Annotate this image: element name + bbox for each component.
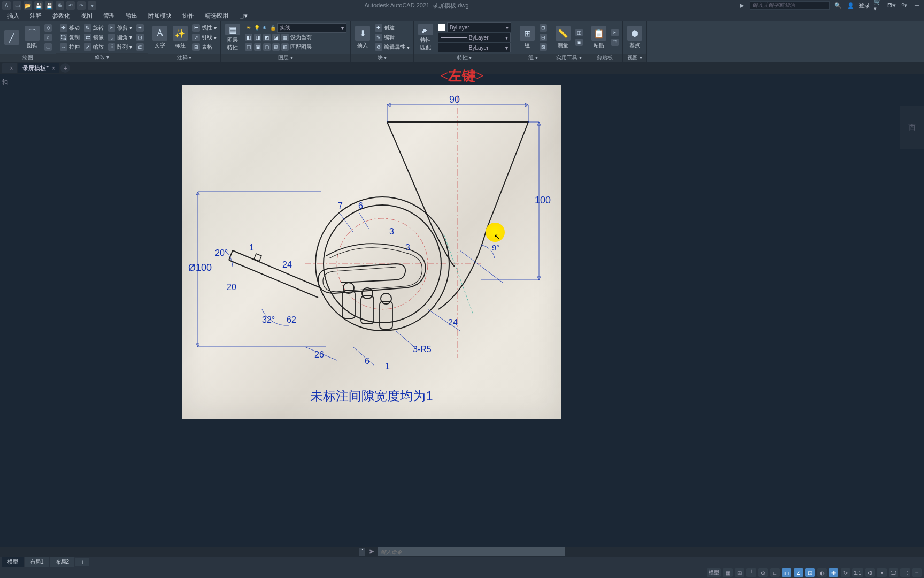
panel-group-title[interactable]: 组 ▾ [515,54,551,62]
drawing-area[interactable]: <左键> 轴 西 90 100 [0,74,924,547]
layer-tool-6[interactable]: ◫ [245,43,252,51]
layer-tool-7[interactable]: ▣ [254,43,261,51]
menu-addons[interactable]: 附加模块 [143,11,177,21]
menu-more-icon[interactable]: ▢▾ [234,11,253,20]
sb-dropdown-icon[interactable]: ▾ [877,568,887,577]
minimize-icon[interactable]: ─ [912,1,922,10]
arc-button[interactable]: ⌒圆弧 [22,22,42,52]
layer-props-button[interactable]: ▤图层 特性 [223,22,242,52]
sb-model[interactable]: 模型 [707,568,721,577]
sb-dyn-icon[interactable]: ✚ [829,568,838,577]
save-icon[interactable]: 💾 [34,1,43,10]
polyline-button[interactable]: ◇ [43,23,53,33]
lineweight-combo[interactable]: ByLayer▾ [436,33,513,42]
group-tool-1[interactable]: ⊡ [538,23,549,33]
sb-gear-icon[interactable]: ⚙ [865,568,875,577]
fillet-button[interactable]: ◞圆角▾ [106,33,134,42]
line-button[interactable]: ╱ [2,22,21,52]
panel-clip-title[interactable]: 剪贴板 [587,54,622,62]
editattr-button[interactable]: ⚙编辑属性▾ [373,42,411,52]
dim-button[interactable]: ✨标注 [171,22,190,52]
leader-button[interactable]: ↗引线▾ [191,33,218,42]
base-button[interactable]: ⬢基点 [625,22,644,52]
insert-button[interactable]: ⬇插入 [353,22,372,52]
sb-max-icon[interactable]: ⛶ [900,568,910,577]
layer-tool-4[interactable]: ◪ [272,34,280,41]
linear-button[interactable]: ⊢线性▾ [191,23,218,33]
group-tool-2[interactable]: ⊟ [538,33,549,42]
match-layer-button[interactable]: 匹配图层 [290,43,312,51]
new-icon[interactable]: ▭ [13,1,21,10]
copy-clip-button[interactable]: ⿻ [610,37,620,47]
cut-button[interactable]: ✂ [610,28,620,37]
edit-button[interactable]: ✎编辑 [373,33,411,42]
panel-draw-title[interactable]: 绘图 [0,54,56,62]
sb-iso-icon[interactable]: ∟ [770,568,780,577]
sb-snap-icon[interactable]: ⊞ [735,568,744,577]
sb-monitor-icon[interactable]: 🖵 [889,568,898,577]
mod-icon2[interactable]: ⊡ [135,33,145,42]
file-tab-1[interactable]: × [2,63,17,73]
mod-icon3[interactable]: ⊆ [135,42,145,52]
plot-icon[interactable]: 🖶 [56,1,64,10]
cmd-prompt-icon[interactable]: ⮞ [367,548,375,556]
login-link[interactable]: 登录 [859,2,871,10]
paste-button[interactable]: 📋粘贴 [589,22,609,52]
undo-icon[interactable]: ↶ [66,1,75,10]
panel-annot-title[interactable]: 注释 ▾ [148,54,220,62]
qat-more-icon[interactable]: ▾ [88,1,96,10]
panel-util-title[interactable]: 实用工具 ▾ [551,54,587,62]
command-input[interactable] [378,547,565,556]
menu-output[interactable]: 输出 [120,11,143,21]
move-button[interactable]: ✥移动 [58,23,81,33]
sb-otrack-icon[interactable]: ∠ [794,568,803,577]
open-icon[interactable]: 📂 [24,1,32,10]
circle-button[interactable]: ○ [43,33,53,42]
tab-layout2[interactable]: 布局2 [50,557,75,567]
group-button[interactable]: ⊞组 [518,22,537,52]
set-current-button[interactable]: 设为当前 [290,34,312,41]
create-button[interactable]: ✚创建 [373,23,411,33]
menu-annotate[interactable]: 注释 [25,11,47,21]
text-button[interactable]: A文字 [150,22,170,52]
array-button[interactable]: ⠿阵列▾ [106,42,134,52]
search-arrow-icon[interactable]: ▶ [737,1,746,10]
panel-props-title[interactable]: 特性 ▾ [414,54,515,62]
layer-tool-2[interactable]: ◨ [254,34,261,41]
cmd-handle-icon[interactable]: ⋮ [359,548,365,556]
app-menu-icon[interactable]: A [2,1,11,10]
rect-button[interactable]: ▭ [43,42,53,52]
help-icon[interactable]: ?▾ [899,1,909,10]
mirror-button[interactable]: ⮂镜像 [82,33,105,42]
tab-model[interactable]: 模型 [2,557,24,567]
util-tool-2[interactable]: ▣ [574,37,584,47]
sb-grid-icon[interactable]: ▦ [723,568,733,577]
layer-tool-10[interactable]: ▨ [281,43,289,51]
menu-collab[interactable]: 协作 [177,11,199,21]
match-button[interactable]: 🖌特性 匹配 [416,22,435,52]
layer-tool-9[interactable]: ▧ [272,43,280,51]
sb-cycle-icon[interactable]: ↻ [841,568,850,577]
mod-icon1[interactable]: ✦ [135,23,145,33]
close-tab-icon[interactable]: × [52,65,55,71]
layer-tool-8[interactable]: ▢ [263,43,271,51]
tab-add[interactable]: + [75,558,89,566]
menu-featured[interactable]: 精选应用 [199,11,234,21]
panel-block-title[interactable]: 块 ▾ [351,54,413,62]
redo-icon[interactable]: ↷ [77,1,86,10]
freeze-icon[interactable]: ❄ [261,24,268,32]
search-icon[interactable]: 🔍 [833,1,843,10]
panel-modify-title[interactable]: 修改 ▾ [56,53,148,62]
sun-icon[interactable]: ☀ [245,24,252,32]
menu-view[interactable]: 视图 [75,11,98,21]
sb-osnap-icon[interactable]: ◻ [782,568,791,577]
viewcube[interactable]: 西 [900,106,924,149]
rotate-button[interactable]: ↻旋转 [82,23,105,33]
file-tab-2[interactable]: 录屏模板*× [18,63,59,73]
util-tool-1[interactable]: ◫ [574,28,584,37]
close-tab-icon[interactable]: × [10,65,13,71]
menu-insert[interactable]: 插入 [2,11,25,21]
add-tab-button[interactable]: + [60,63,70,73]
sb-lwt-icon[interactable]: ⊡ [805,568,815,577]
user-icon[interactable]: 👤 [846,1,856,10]
